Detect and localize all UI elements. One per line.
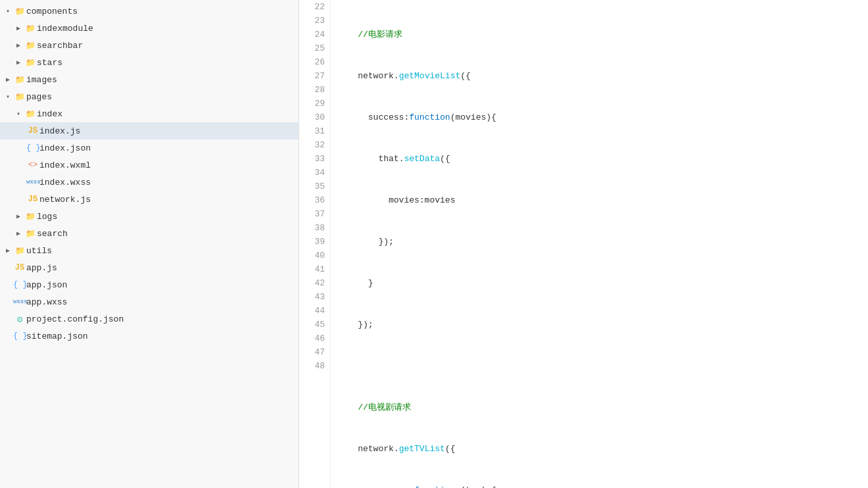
- label-index-wxss: index.wxss: [39, 178, 293, 187]
- code-line-32: network.getTVList({: [337, 442, 868, 456]
- sidebar-item-index-json[interactable]: { } index.json: [0, 139, 299, 157]
- sidebar-item-app-wxss[interactable]: wxss app.wxss: [0, 293, 299, 310]
- label-pages: pages: [26, 92, 293, 102]
- arrow-images: ▶: [3, 76, 13, 84]
- sidebar-item-logs[interactable]: ▶ 📁 logs: [0, 208, 299, 225]
- label-images: images: [26, 75, 293, 85]
- sidebar-item-index-wxss[interactable]: wxss index.wxss: [0, 174, 299, 191]
- label-app-wxss: app.wxss: [26, 297, 293, 307]
- code-content[interactable]: //电影请求 network.getMovieList({ success:fu…: [331, 0, 868, 488]
- wxss-icon: wxss: [26, 179, 39, 185]
- arrow-pages: ▾: [3, 93, 13, 101]
- sidebar-item-network-js[interactable]: JS network.js: [0, 191, 299, 208]
- folder-icon: 📁: [24, 24, 37, 34]
- line-numbers: 22 23 24 25 26 27 28 29 30 31 32 33 34 3…: [299, 0, 331, 488]
- code-line-30: [337, 359, 868, 373]
- json-icon: { }: [13, 331, 26, 341]
- code-line-24: success:function(movies){: [337, 110, 868, 124]
- label-index-json: index.json: [39, 143, 293, 153]
- label-sitemap: sitemap.json: [26, 331, 293, 341]
- wxml-icon: <>: [26, 160, 39, 170]
- config-icon: ⚙: [13, 314, 26, 325]
- sidebar-item-components[interactable]: ▾ 📁 components: [0, 3, 299, 20]
- label-project-config: project.config.json: [26, 314, 293, 324]
- folder-icon: 📁: [24, 229, 37, 239]
- json-icon: { }: [13, 280, 26, 289]
- label-utils: utils: [26, 246, 293, 256]
- arrow-logs: ▶: [13, 212, 24, 220]
- sidebar-item-searchbar[interactable]: ▶ 📁 searchbar: [0, 37, 299, 54]
- file-tree[interactable]: ▾ 📁 components ▶ 📁 indexmodule ▶ 📁 searc…: [0, 0, 299, 488]
- arrow-index-folder: ▾: [13, 110, 24, 118]
- code-line-33: success: function (tvs) {: [337, 483, 868, 488]
- arrow-components: ▾: [3, 7, 13, 15]
- label-app-js: app.js: [26, 263, 293, 273]
- sidebar-item-app-js[interactable]: JS app.js: [0, 259, 299, 276]
- code-editor[interactable]: 22 23 24 25 26 27 28 29 30 31 32 33 34 3…: [299, 0, 868, 488]
- folder-icon: 📁: [13, 246, 26, 256]
- sidebar-item-stars[interactable]: ▶ 📁 stars: [0, 54, 299, 71]
- label-logs: logs: [37, 212, 293, 222]
- label-search: search: [37, 229, 293, 239]
- label-indexmodule: indexmodule: [37, 24, 293, 34]
- label-network-js: network.js: [39, 195, 293, 205]
- label-stars: stars: [37, 58, 293, 68]
- folder-icon: 📁: [13, 75, 26, 85]
- sidebar-item-index-folder[interactable]: ▾ 📁 index: [0, 105, 299, 122]
- label-index-js: index.js: [39, 126, 293, 136]
- sidebar-item-index-wxml[interactable]: <> index.wxml: [0, 157, 299, 174]
- folder-icon: 📁: [24, 109, 37, 119]
- code-line-25: that.setData({: [337, 152, 868, 166]
- arrow-stars: ▶: [13, 59, 24, 66]
- arrow-utils: ▶: [3, 247, 13, 255]
- code-line-22: //电影请求: [337, 28, 868, 41]
- folder-icon: 📁: [13, 7, 26, 16]
- code-line-23: network.getMovieList({: [337, 69, 868, 83]
- label-app-json: app.json: [26, 280, 293, 290]
- folder-icon: 📁: [24, 58, 37, 68]
- label-index-folder: index: [37, 109, 293, 119]
- sidebar-item-index-js[interactable]: JS index.js: [0, 122, 299, 139]
- label-components: components: [26, 7, 293, 16]
- folder-icon: 📁: [24, 41, 37, 51]
- js-icon: JS: [13, 263, 26, 272]
- wxss-icon: wxss: [13, 299, 26, 305]
- sidebar-item-sitemap[interactable]: { } sitemap.json: [0, 328, 299, 345]
- sidebar-item-search[interactable]: ▶ 📁 search: [0, 225, 299, 242]
- sidebar-item-indexmodule[interactable]: ▶ 📁 indexmodule: [0, 20, 299, 37]
- sidebar-item-project-config[interactable]: ⚙ project.config.json: [0, 310, 299, 328]
- js-icon: JS: [26, 195, 39, 204]
- code-line-28: }: [337, 276, 868, 290]
- json-icon: { }: [26, 143, 39, 153]
- sidebar-item-app-json[interactable]: { } app.json: [0, 276, 299, 293]
- code-line-27: });: [337, 235, 868, 249]
- sidebar-item-pages[interactable]: ▾ 📁 pages: [0, 88, 299, 105]
- code-line-26: movies:movies: [337, 193, 868, 207]
- code-line-31: //电视剧请求: [337, 401, 868, 414]
- arrow-searchbar: ▶: [13, 41, 24, 49]
- label-index-wxml: index.wxml: [39, 160, 293, 170]
- code-line-29: });: [337, 318, 868, 331]
- arrow-search: ▶: [13, 230, 24, 237]
- sidebar-item-utils[interactable]: ▶ 📁 utils: [0, 242, 299, 259]
- js-icon: JS: [26, 126, 39, 135]
- folder-icon: 📁: [24, 212, 37, 222]
- folder-icon: 📁: [13, 92, 26, 102]
- sidebar-item-images[interactable]: ▶ 📁 images: [0, 71, 299, 88]
- arrow-indexmodule: ▶: [13, 24, 24, 32]
- label-searchbar: searchbar: [37, 41, 293, 51]
